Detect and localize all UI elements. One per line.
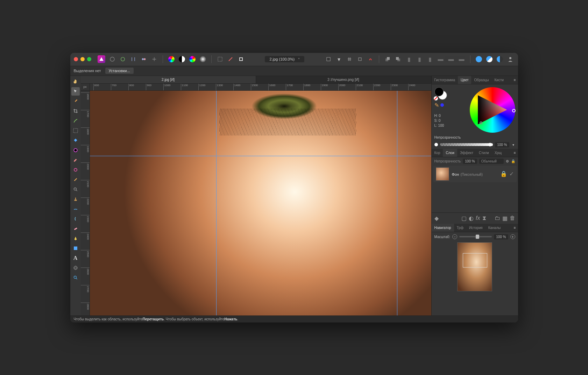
- no-color-swatch[interactable]: [434, 96, 438, 100]
- guides-icon[interactable]: [356, 55, 364, 63]
- layer-settings-icon[interactable]: ⚙: [506, 159, 509, 163]
- panel-menu-icon[interactable]: ≡: [512, 149, 518, 157]
- layer-row[interactable]: Фон (Пиксельный) 🔒 ✓: [433, 166, 517, 182]
- view-tool[interactable]: [71, 273, 80, 282]
- arrange-forward-icon[interactable]: [394, 55, 402, 63]
- color-picker-tool[interactable]: [71, 97, 80, 105]
- fx-icon[interactable]: fx: [476, 215, 480, 222]
- delete-layer-icon[interactable]: 🗑: [510, 215, 515, 222]
- assist-split-icon[interactable]: [496, 55, 504, 63]
- crop-tool[interactable]: [71, 107, 80, 115]
- document-tab-2[interactable]: 2-Улучшено.png [И]: [256, 76, 431, 83]
- tab-brushes[interactable]: Кисти: [492, 76, 507, 84]
- zoom-out-button[interactable]: −: [452, 234, 457, 239]
- tab-navigator[interactable]: Навигатор: [432, 224, 454, 232]
- tab-transform[interactable]: Трф: [454, 224, 466, 232]
- inpainting-tool[interactable]: [71, 175, 80, 184]
- grid-icon[interactable]: [345, 55, 354, 63]
- layer-lock-icon[interactable]: 🔒: [511, 159, 515, 163]
- ruler-vertical[interactable]: 1600170018001900200021002200230024002500…: [81, 91, 90, 315]
- adjust-hue-icon[interactable]: [188, 55, 197, 63]
- layer-opacity-value[interactable]: 100 %: [463, 159, 477, 164]
- canvas-viewport[interactable]: px 6007008009001000110012001300140015001…: [81, 84, 431, 315]
- hue-handle[interactable]: [512, 109, 516, 112]
- tab-stock[interactable]: Хрщ: [492, 149, 504, 157]
- color-chip-icon[interactable]: [440, 102, 444, 109]
- document-tab-1[interactable]: 2.jpg [И]: [81, 76, 256, 83]
- persona-develop-icon[interactable]: [129, 55, 137, 63]
- opacity-dropdown-icon[interactable]: ▾: [511, 143, 515, 147]
- guide-vertical[interactable]: [216, 91, 217, 315]
- rectangle-tool[interactable]: [71, 244, 80, 252]
- paint-brush-tool[interactable]: [71, 146, 80, 154]
- smudge-tool[interactable]: [71, 215, 80, 223]
- selection-refine-icon[interactable]: [237, 55, 245, 63]
- color-wheel[interactable]: [470, 87, 515, 133]
- clone-tool[interactable]: [71, 166, 80, 174]
- color-swatches[interactable]: [434, 87, 447, 100]
- quickmask-icon[interactable]: [324, 55, 333, 63]
- opacity-slider-thumb[interactable]: [488, 143, 492, 147]
- guide-horizontal[interactable]: [90, 156, 431, 156]
- tab-styles[interactable]: Стили: [476, 149, 492, 157]
- ruler-horizontal[interactable]: 6007008009001000110012001300140015001600…: [90, 84, 431, 91]
- tab-swatches[interactable]: Образцы: [471, 76, 491, 84]
- navigator-viewport-rect[interactable]: [463, 253, 488, 268]
- stamp-tool[interactable]: [71, 195, 80, 203]
- minimize-window-button[interactable]: [80, 57, 85, 61]
- adjustment-icon[interactable]: ◐: [469, 215, 474, 222]
- tab-color[interactable]: Цвет: [458, 76, 471, 84]
- guide-vertical[interactable]: [397, 91, 397, 315]
- ruler-unit-label[interactable]: px: [81, 84, 90, 91]
- adjust-vignette-icon[interactable]: [199, 55, 207, 63]
- chevron-down-icon[interactable]: ▾: [335, 55, 343, 63]
- tab-channels[interactable]: Каналы: [486, 224, 504, 232]
- zoom-value[interactable]: 100 %: [494, 234, 508, 239]
- group-icon[interactable]: 🗀: [495, 215, 500, 222]
- blend-mode-select[interactable]: Обычный: [479, 159, 504, 164]
- persona-export-icon[interactable]: [150, 55, 158, 63]
- persona-tone-icon[interactable]: [140, 55, 148, 63]
- account-icon[interactable]: [506, 55, 515, 63]
- flood-tool[interactable]: [71, 136, 80, 145]
- panel-menu-icon[interactable]: ≡: [512, 76, 518, 84]
- selection-diagonal-icon[interactable]: [226, 55, 235, 63]
- zoom-slider-thumb[interactable]: [476, 235, 479, 239]
- assist-cyan-icon[interactable]: [485, 55, 494, 63]
- add-layer-icon[interactable]: ▦: [502, 215, 508, 222]
- assist-blue-icon[interactable]: [475, 55, 483, 63]
- eyedropper-icon[interactable]: ✎: [434, 102, 439, 109]
- maximize-window-button[interactable]: [87, 57, 91, 61]
- canvas[interactable]: [90, 91, 431, 315]
- opacity-value[interactable]: 100 %: [495, 142, 509, 147]
- tab-layers[interactable]: Слои: [443, 149, 457, 157]
- layer-locked-icon[interactable]: 🔒: [500, 171, 507, 177]
- snap-icon[interactable]: [366, 55, 375, 63]
- tab-history[interactable]: История: [466, 224, 486, 232]
- adjust-color-icon[interactable]: [167, 55, 176, 63]
- crop-layer-icon[interactable]: ⧗: [482, 215, 486, 222]
- navigator-thumbnail[interactable]: [457, 242, 492, 291]
- text-tool[interactable]: A: [71, 254, 80, 262]
- move-tool[interactable]: [71, 87, 80, 96]
- layer-thumbnail[interactable]: [436, 167, 449, 181]
- close-window-button[interactable]: [74, 57, 78, 61]
- presets-button[interactable]: Установки...: [105, 68, 134, 74]
- sponge-tool[interactable]: [71, 205, 80, 213]
- mask-icon[interactable]: ▢: [461, 215, 467, 222]
- layer-visible-icon[interactable]: ✓: [509, 171, 514, 177]
- foreground-color-swatch[interactable]: [434, 87, 444, 96]
- color-triangle[interactable]: [478, 95, 507, 124]
- zoom-in-button[interactable]: +: [510, 234, 515, 239]
- hand-tool[interactable]: [71, 77, 80, 86]
- panel-menu-icon[interactable]: ≡: [512, 224, 518, 232]
- selection-rect-icon[interactable]: [216, 55, 224, 63]
- mesh-tool[interactable]: [71, 264, 80, 272]
- pen-tool[interactable]: [71, 234, 80, 243]
- persona-liquify-icon[interactable]: [119, 55, 127, 63]
- adjust-bw-icon[interactable]: [178, 55, 186, 63]
- tab-histogram[interactable]: Гистограмма: [432, 76, 458, 84]
- zoom-slider[interactable]: [459, 236, 492, 237]
- selection-brush-tool[interactable]: [71, 117, 80, 125]
- tab-adjustments[interactable]: Кор: [432, 149, 443, 157]
